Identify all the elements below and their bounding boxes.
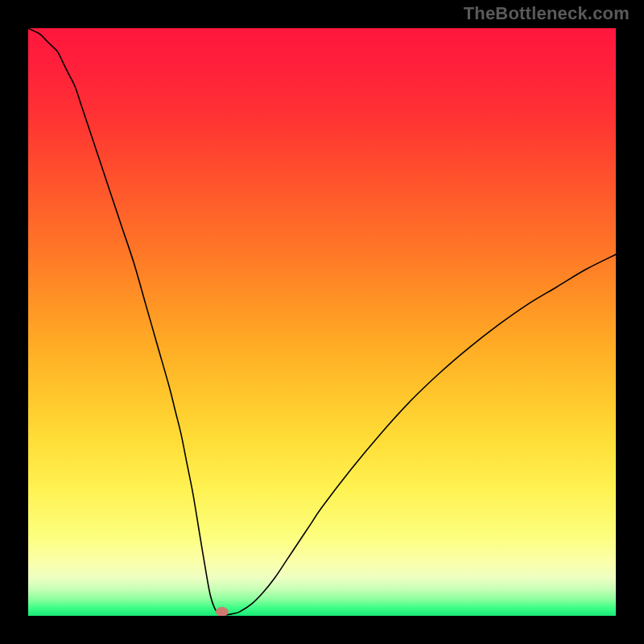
optimum-marker bbox=[216, 607, 228, 616]
gradient-background bbox=[28, 28, 616, 616]
bottleneck-chart bbox=[28, 28, 616, 616]
frame: TheBottleneck.com bbox=[0, 0, 644, 644]
attribution-label: TheBottleneck.com bbox=[464, 3, 630, 24]
plot-area bbox=[28, 28, 616, 616]
